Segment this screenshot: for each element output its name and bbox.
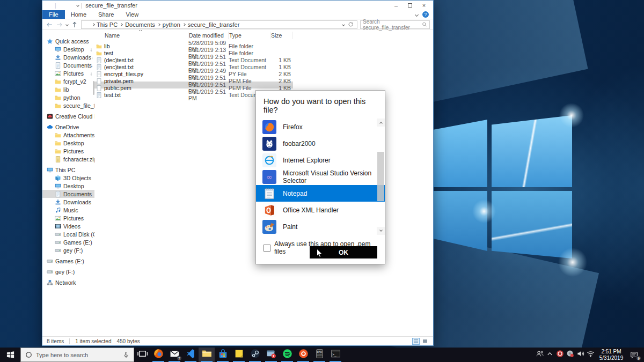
microphone-icon[interactable]	[123, 351, 129, 359]
sidebar-item[interactable]: Desktop	[42, 139, 94, 147]
scrollbar-thumb[interactable]	[377, 152, 384, 201]
sidebar-item[interactable]: Pictures	[42, 69, 94, 77]
tray-volume[interactable]	[575, 349, 586, 361]
column-header-type[interactable]: Type	[229, 32, 270, 39]
tab-file[interactable]: File	[42, 10, 65, 19]
sidebar-item[interactable]: python	[42, 93, 94, 101]
back-icon[interactable]	[46, 21, 53, 28]
sidebar-item[interactable]: Music	[42, 206, 94, 214]
tray-wifi[interactable]	[586, 349, 596, 361]
app-list-item-office[interactable]: Office XML Handler	[256, 202, 385, 218]
ribbon-collapse-icon[interactable]	[415, 12, 419, 16]
taskbar-app-firefox[interactable]	[150, 348, 166, 362]
sidebar-item[interactable]: Pictures	[42, 214, 94, 222]
tab-view[interactable]: View	[120, 10, 144, 19]
new-folder-icon[interactable]	[68, 2, 75, 9]
breadcrumb-item[interactable]: python	[163, 21, 180, 28]
thumbnails-view-button[interactable]	[421, 338, 429, 345]
taskbar-app-file-explorer[interactable]	[199, 348, 215, 362]
forward-icon[interactable]	[56, 21, 63, 28]
taskbar-app-vscode[interactable]	[182, 348, 199, 362]
file-row[interactable]: lib5/28/2019 5:09 PMFile folder	[94, 40, 293, 47]
help-icon[interactable]	[422, 11, 429, 18]
action-center-button[interactable]: 9	[627, 348, 642, 362]
breadcrumb-item[interactable]: Documents	[125, 21, 155, 28]
taskbar-app-task-view[interactable]	[134, 348, 150, 362]
sidebar-item[interactable]: Videos	[42, 222, 94, 230]
taskbar-clock[interactable]: 2:51 PM 5/31/2019	[597, 349, 626, 361]
sidebar-item[interactable]: Desktop	[42, 182, 94, 190]
app-list-item-visual-studio[interactable]: ∞Microsoft Visual Studio Version Selecto…	[256, 168, 385, 185]
sidebar-item[interactable]: gey (F:)	[42, 246, 94, 254]
taskbar-app-sticky-notes[interactable]	[231, 348, 247, 362]
windows-logo-pane	[429, 120, 487, 187]
tray-people[interactable]	[535, 349, 545, 361]
sidebar-item[interactable]: 3D Objects	[42, 174, 94, 182]
sidebar-item[interactable]: secure_file_transfer	[42, 101, 94, 109]
sidebar-item[interactable]: Downloads	[42, 198, 94, 206]
sidebar-item[interactable]: Creative Cloud Files	[42, 112, 94, 120]
sidebar-item[interactable]: Documents	[42, 190, 94, 198]
column-header-name[interactable]: Name	[104, 32, 188, 39]
sidebar-item[interactable]: Downloads	[42, 53, 94, 61]
up-icon[interactable]	[71, 21, 78, 28]
qat-dropdown-icon[interactable]	[76, 4, 79, 7]
properties-icon[interactable]	[58, 2, 65, 9]
sidebar-item[interactable]: fcrypt_v2	[42, 77, 94, 85]
maximize-button[interactable]	[403, 1, 417, 10]
sidebar-item[interactable]: Games (E:)	[42, 257, 94, 265]
sidebar-item[interactable]: lib	[42, 85, 94, 93]
column-header-size[interactable]: Size	[270, 32, 293, 39]
taskbar-app-microsoft-store[interactable]	[215, 348, 231, 362]
sidebar-item[interactable]: Pictures	[42, 147, 94, 155]
app-list-item-foobar2000[interactable]: foobar2000	[256, 135, 385, 152]
column-header-date-modified[interactable]: Date modified	[188, 32, 229, 39]
scroll-up-icon[interactable]	[377, 119, 385, 127]
app-list-item-notepad[interactable]: Notepad	[256, 185, 385, 202]
tray-record[interactable]	[555, 349, 565, 361]
details-view-button[interactable]	[412, 338, 420, 345]
taskbar-app-remote-app[interactable]	[263, 348, 279, 362]
search-input[interactable]: Search secure_file_transfer	[360, 20, 430, 29]
sidebar-item[interactable]: Quick access	[42, 37, 94, 45]
sidebar-item[interactable]: Desktop	[42, 45, 94, 53]
scroll-down-icon[interactable]	[377, 227, 385, 235]
tab-share[interactable]: Share	[92, 10, 120, 19]
foobar2000-icon	[262, 137, 276, 151]
sidebar-item[interactable]: Local Disk (C:)	[42, 230, 94, 238]
address-dropdown-icon[interactable]	[342, 23, 345, 26]
sidebar-item[interactable]: Games (E:)	[42, 238, 94, 246]
refresh-icon[interactable]	[348, 21, 354, 27]
sidebar-item[interactable]: gey (F:)	[42, 268, 94, 276]
sidebar-item[interactable]: Attachments	[42, 131, 94, 139]
sidebar-item[interactable]: fcharacter.zip	[42, 155, 94, 163]
taskbar-app-steam[interactable]	[247, 348, 263, 362]
breadcrumb-item[interactable]: This PC	[97, 21, 118, 28]
tray-capture[interactable]	[565, 349, 575, 361]
app-list-item-paint[interactable]: Paint	[256, 218, 385, 235]
tab-home[interactable]: Home	[65, 10, 92, 19]
app-list-item-firefox[interactable]: Firefox	[256, 119, 385, 135]
taskbar-app-command-prompt[interactable]: >_	[327, 348, 343, 362]
taskbar-search-input[interactable]: Type here to search	[20, 348, 134, 362]
taskbar-app-mail[interactable]: 7	[166, 348, 182, 362]
address-bar[interactable]: This PCDocumentspythonsecure_file_transf…	[81, 20, 357, 29]
badge: 7	[177, 356, 182, 361]
taskbar-app-origin[interactable]	[295, 348, 311, 362]
always-use-checkbox[interactable]	[264, 245, 270, 252]
downloads-icon	[55, 54, 61, 61]
breadcrumb-item[interactable]: secure_file_transfer	[188, 21, 240, 28]
start-button[interactable]	[0, 348, 20, 362]
sidebar-item[interactable]: OneDrive	[42, 123, 94, 131]
tray-chevron-up[interactable]	[545, 349, 555, 361]
close-button[interactable]: ×	[417, 1, 431, 10]
taskbar-app-epic-games[interactable]: EPICGAMES	[311, 348, 327, 362]
recent-locations-icon[interactable]	[65, 23, 69, 26]
app-list-scrollbar[interactable]	[377, 119, 385, 235]
taskbar-app-spotify[interactable]	[279, 348, 295, 362]
app-list-item-internet-explorer[interactable]: Internet Explorer	[256, 152, 385, 168]
minimize-button[interactable]: –	[389, 1, 403, 10]
sidebar-item[interactable]: Network	[42, 278, 94, 286]
sidebar-item[interactable]: This PC	[42, 166, 94, 174]
sidebar-item[interactable]: Documents	[42, 61, 94, 69]
